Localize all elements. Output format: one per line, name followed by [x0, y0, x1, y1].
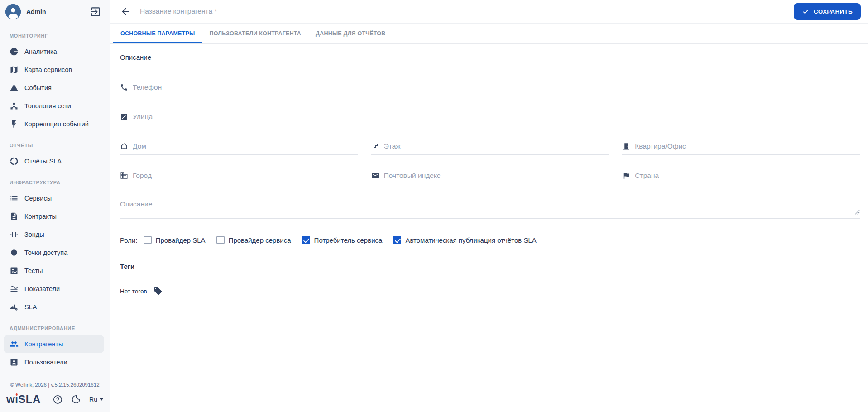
users-icon	[10, 358, 19, 367]
tags-empty-row: Нет тегов	[120, 287, 860, 296]
tab-report-data[interactable]: ДАННЫЕ ДЛЯ ОТЧЁТОВ	[308, 24, 393, 43]
floor-field	[371, 142, 609, 155]
checkbox[interactable]	[302, 236, 310, 244]
probes-icon	[10, 230, 19, 239]
role-option-service-consumer[interactable]: Потребитель сервиса	[302, 236, 383, 244]
form-content: Описание	[110, 44, 868, 412]
house-icon	[120, 142, 128, 150]
logout-icon[interactable]	[90, 6, 101, 18]
events-icon	[10, 83, 19, 92]
street-icon	[120, 113, 128, 121]
sidebar-item-label: Показатели	[24, 285, 60, 292]
topology-icon	[10, 101, 19, 110]
sidebar-item-topology[interactable]: Топология сети	[0, 97, 110, 115]
check-icon	[802, 8, 810, 15]
roles-row: Роли: Провайдер SLA Провайдер сервиса По…	[120, 236, 860, 244]
save-button[interactable]: СОХРАНИТЬ	[794, 3, 861, 20]
roles-label: Роли:	[120, 236, 138, 244]
sidebar-item-label: Карта сервисов	[24, 66, 72, 73]
section-reports: ОТЧЁТЫ	[0, 133, 110, 152]
back-icon[interactable]	[120, 6, 131, 17]
tag-icon[interactable]	[153, 287, 163, 296]
city-input[interactable]	[133, 172, 358, 180]
sidebar-item-label: Аналитика	[24, 48, 57, 55]
sidebar-item-service-map[interactable]: Карта сервисов	[0, 61, 110, 79]
role-option-label: Провайдер SLA	[156, 236, 206, 244]
sidebar-item-label: Зонды	[24, 231, 44, 238]
door-icon	[622, 142, 630, 150]
country-field	[622, 172, 860, 184]
role-option-label: Автоматическая публикация отчётов SLA	[405, 236, 536, 244]
counterparty-name-input[interactable]	[140, 4, 775, 19]
tab-bar: ОСНОВНЫЕ ПАРАМЕТРЫ ПОЛЬЗОВАТЕЛИ КОНТРАГЕ…	[110, 24, 868, 44]
sidebar-item-label: Отчёты SLA	[24, 158, 62, 165]
country-input[interactable]	[635, 172, 860, 180]
page-header: СОХРАНИТЬ	[110, 0, 868, 24]
sidebar-item-analytics[interactable]: Аналитика	[0, 43, 110, 61]
sidebar-item-users[interactable]: Пользователи	[0, 353, 110, 371]
checkbox[interactable]	[216, 236, 225, 244]
sidebar-item-events[interactable]: События	[0, 79, 110, 97]
sidebar-item-label: Топология сети	[24, 102, 71, 110]
tab-main-params[interactable]: ОСНОВНЫЕ ПАРАМЕТРЫ	[113, 24, 202, 43]
sidebar-item-correlation[interactable]: Корреляция событий	[0, 115, 110, 133]
sidebar-item-sla-reports[interactable]: Отчёты SLA	[0, 152, 110, 170]
sidebar-item-label: Корреляция событий	[24, 120, 89, 128]
app-window: Admin МОНИТОРИНГ Аналитика Карта сервисо…	[0, 0, 868, 412]
sidebar-item-tests[interactable]: Тесты	[0, 262, 110, 280]
counterparties-icon	[10, 340, 19, 349]
access-points-icon	[10, 248, 19, 257]
section-infrastructure: ИНФРАСТРУКТУРА	[0, 170, 110, 189]
sidebar-item-metrics[interactable]: Показатели	[0, 280, 110, 298]
sla-icon	[10, 302, 19, 311]
sla-reports-icon	[10, 157, 19, 166]
sidebar-item-counterparties[interactable]: Контрагенты	[4, 335, 104, 353]
sidebar-item-label: Тесты	[24, 267, 43, 274]
user-avatar[interactable]	[5, 4, 21, 19]
apartment-input[interactable]	[635, 142, 860, 150]
sidebar-item-services[interactable]: Сервисы	[0, 189, 110, 207]
role-option-sla-provider[interactable]: Провайдер SLA	[144, 236, 206, 244]
sidebar-item-label: Сервисы	[24, 195, 52, 202]
sidebar-item-probes[interactable]: Зонды	[0, 225, 110, 244]
address-row-2	[120, 172, 860, 184]
sidebar-item-label: Контракты	[24, 213, 57, 220]
tags-section-title: Теги	[120, 263, 860, 270]
phone-icon	[120, 83, 128, 91]
sidebar: Admin МОНИТОРИНГ Аналитика Карта сервисо…	[0, 0, 110, 412]
postal-field	[371, 172, 609, 184]
dark-mode-icon[interactable]	[71, 394, 81, 404]
address-row-1	[120, 142, 860, 155]
language-selector[interactable]: Ru	[89, 396, 103, 403]
checkbox[interactable]	[144, 236, 152, 244]
save-button-label: СОХРАНИТЬ	[814, 8, 853, 15]
description-textarea[interactable]	[120, 196, 860, 216]
sidebar-item-sla[interactable]: SLA	[0, 298, 110, 316]
flag-icon	[622, 172, 630, 180]
wisla-logo: wıSLA	[6, 393, 53, 406]
metrics-icon	[10, 284, 19, 293]
role-option-auto-publish[interactable]: Автоматическая публикация отчётов SLA	[393, 236, 536, 244]
floor-input[interactable]	[384, 142, 609, 150]
sidebar-user-header: Admin	[0, 0, 110, 24]
sidebar-item-label: Пользователи	[24, 359, 67, 366]
help-icon[interactable]	[53, 394, 63, 405]
services-icon	[10, 194, 19, 203]
mail-icon	[371, 172, 379, 180]
sidebar-item-label: Контрагенты	[24, 340, 63, 348]
section-administration: АДМИНИСТРИРОВАНИЕ	[0, 316, 110, 335]
analytics-icon	[10, 47, 19, 56]
phone-input[interactable]	[133, 83, 860, 91]
sidebar-item-contracts[interactable]: Контракты	[0, 207, 110, 225]
street-input[interactable]	[133, 113, 860, 121]
sidebar-footer: © Wellink, 2026 | v.5.2.15.2602091612 wı…	[0, 378, 110, 412]
tab-counterparty-users[interactable]: ПОЛЬЗОВАТЕЛИ КОНТРАГЕНТА	[202, 24, 308, 43]
sidebar-item-access-points[interactable]: Точки доступа	[0, 244, 110, 262]
chevron-down-icon	[100, 398, 103, 401]
role-option-service-provider[interactable]: Провайдер сервиса	[216, 236, 291, 244]
city-icon	[120, 172, 128, 180]
house-input[interactable]	[133, 142, 358, 150]
postal-input[interactable]	[384, 172, 609, 180]
resize-grip-icon[interactable]	[855, 208, 860, 216]
checkbox[interactable]	[393, 236, 401, 244]
